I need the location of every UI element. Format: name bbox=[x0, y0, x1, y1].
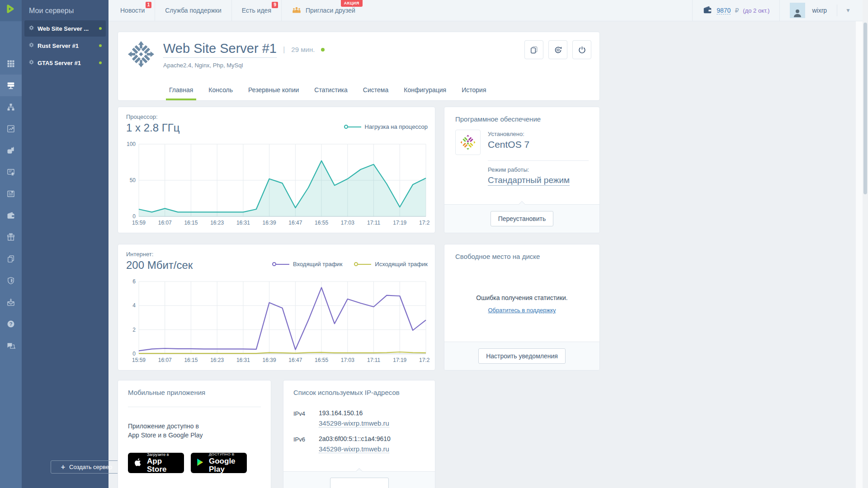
tab-backups[interactable]: Резервные копии bbox=[241, 80, 307, 100]
svg-text:17:11: 17:11 bbox=[367, 220, 380, 226]
people-icon bbox=[292, 5, 302, 16]
tab-system[interactable]: Система bbox=[355, 80, 396, 100]
tab-configuration[interactable]: Конфигурация bbox=[396, 80, 454, 100]
svg-text:16:47: 16:47 bbox=[288, 220, 302, 226]
security-shield-icon[interactable] bbox=[0, 270, 22, 291]
sidebar-item-server-2[interactable]: Rust Server #1 bbox=[24, 38, 106, 54]
tab-history[interactable]: История bbox=[454, 80, 494, 100]
wallet-icon[interactable] bbox=[0, 205, 22, 226]
icon-rail: ? bbox=[0, 0, 22, 488]
svg-text:17:27: 17:27 bbox=[419, 357, 429, 363]
install-software-icon[interactable] bbox=[0, 291, 22, 313]
configure-notifications-button[interactable]: Настроить уведомления bbox=[478, 348, 566, 364]
sidebar-item-server-1[interactable]: Web Site Server ... bbox=[24, 20, 106, 37]
footer-notch bbox=[518, 201, 525, 208]
svg-text:16:39: 16:39 bbox=[263, 357, 276, 363]
server-title[interactable]: Web Site Server #1 bbox=[163, 41, 277, 58]
rail-icons: ? bbox=[0, 53, 22, 357]
server-header-card: Web Site Server #1 | 29 мин. Apache2.4, … bbox=[118, 32, 600, 101]
cpu-value: 1 x 2.8 ГГц bbox=[126, 122, 179, 134]
help-icon[interactable]: ? bbox=[0, 313, 22, 335]
statistics-icon[interactable] bbox=[0, 118, 22, 140]
svg-text:17:19: 17:19 bbox=[393, 357, 406, 363]
user-menu[interactable]: wixrp bbox=[780, 0, 837, 21]
server-list-panel: Мои серверы Web Site Server ... Rust Ser… bbox=[22, 0, 108, 488]
sidebar-item-server-3[interactable]: GTA5 Server #1 bbox=[24, 55, 106, 71]
brand-logo[interactable] bbox=[0, 0, 22, 21]
svg-text:17:27: 17:27 bbox=[419, 220, 429, 226]
support-menu-item[interactable]: Служба поддержки bbox=[155, 0, 231, 21]
svg-text:15:59: 15:59 bbox=[132, 220, 146, 226]
ipv4-domain-link[interactable]: 345298-wixrp.tmweb.ru bbox=[319, 419, 389, 427]
outgoing-legend-item: Исходящий трафик bbox=[354, 261, 428, 267]
cpu-legend-item: Нагрузка на процессор bbox=[344, 123, 428, 130]
news-menu-item[interactable]: Новости 1 bbox=[110, 0, 155, 21]
contact-support-link[interactable]: Обратитесь в поддержку bbox=[488, 307, 556, 314]
mode-value-link[interactable]: Стандартный режим bbox=[488, 175, 570, 186]
gift-icon[interactable] bbox=[0, 226, 22, 248]
balance-widget[interactable]: 9870 ₽ (до 2 окт.) bbox=[693, 0, 779, 21]
server-title-row: Web Site Server #1 | 29 мин. bbox=[163, 41, 325, 58]
mode-block: Режим работы: Стандартный режим bbox=[488, 166, 570, 186]
scrollbar-thumb[interactable] bbox=[863, 23, 867, 194]
chat-icon[interactable] bbox=[0, 335, 22, 357]
svg-text:17:19: 17:19 bbox=[393, 220, 406, 226]
network-icon[interactable] bbox=[0, 96, 22, 118]
svg-text:16:15: 16:15 bbox=[184, 220, 198, 226]
tab-statistics[interactable]: Статистика bbox=[307, 80, 355, 100]
ip-type-label: IPv6 bbox=[293, 435, 319, 443]
clone-server-button[interactable] bbox=[524, 40, 543, 59]
mailbox-icon[interactable] bbox=[0, 140, 22, 161]
news-label: Новости bbox=[120, 7, 145, 14]
ipv6-address: 2a03:6f00:5:1::c1a4:9610 bbox=[319, 435, 391, 442]
server-name: Rust Server #1 bbox=[38, 42, 79, 49]
restart-server-button[interactable] bbox=[548, 40, 567, 59]
news-badge: 1 bbox=[146, 2, 152, 8]
invite-friends-menu-item[interactable]: Пригласи друзей АКЦИЯ bbox=[282, 0, 365, 21]
chevron-down-icon[interactable]: ▼ bbox=[837, 7, 863, 14]
ip-type-label: IPv4 bbox=[293, 409, 319, 417]
store-badges: Загрузите в App Store ДОСТУПНО В Google … bbox=[128, 453, 247, 473]
certificate-icon[interactable] bbox=[0, 161, 22, 183]
ipv6-domain-link[interactable]: 345298-wixrp.tmweb.ru bbox=[319, 445, 389, 453]
app-store-name: App Store bbox=[147, 457, 179, 474]
ip-row-ipv6: IPv6 2a03:6f00:5:1::c1a4:9610 345298-wix… bbox=[293, 435, 425, 453]
svg-text:16:47: 16:47 bbox=[288, 357, 302, 363]
disk-card-title: Свободное место на диске bbox=[455, 253, 540, 260]
cpu-legend: Нагрузка на процессор bbox=[344, 123, 428, 130]
reinstall-button[interactable]: Переустановить bbox=[491, 211, 554, 226]
installed-block: Установлено: CentOS 7 bbox=[488, 131, 529, 150]
ipv4-address: 193.164.150.16 bbox=[319, 409, 389, 417]
balance-amount-link[interactable]: 9870 bbox=[717, 7, 731, 14]
svg-text:?: ? bbox=[9, 321, 13, 327]
software-card: Программное обеспечение Установлено: Cen… bbox=[444, 107, 600, 233]
news-icon[interactable] bbox=[0, 183, 22, 205]
server-name: GTA5 Server #1 bbox=[38, 60, 81, 66]
servers-icon[interactable] bbox=[0, 75, 22, 96]
svg-text:100: 100 bbox=[127, 141, 136, 147]
disk-card-footer: Настроить уведомления bbox=[444, 342, 599, 370]
installed-label: Установлено: bbox=[488, 131, 529, 137]
svg-text:16:55: 16:55 bbox=[315, 220, 328, 226]
legend-marker bbox=[272, 262, 289, 266]
os-logo-slate-icon bbox=[128, 41, 154, 69]
software-card-title: Программное обеспечение bbox=[455, 115, 541, 123]
google-play-badge[interactable]: ДОСТУПНО В Google Play bbox=[191, 453, 247, 473]
disk-error-text: Ошибка получения статистики. bbox=[444, 294, 599, 301]
disk-status-block: Ошибка получения статистики. Обратитесь … bbox=[444, 294, 599, 314]
tab-console[interactable]: Консоль bbox=[201, 80, 241, 100]
apps-grid-icon[interactable] bbox=[0, 53, 22, 75]
svg-text:16:31: 16:31 bbox=[236, 357, 250, 363]
cpu-chart: 15:5916:0716:1516:2316:3116:3916:4716:55… bbox=[124, 141, 429, 227]
idea-menu-item[interactable]: Есть идея 9 bbox=[232, 0, 281, 21]
cpu-card: Процессор: 1 x 2.8 ГГц Нагрузка на проце… bbox=[118, 107, 435, 233]
ip-footer-button[interactable] bbox=[330, 478, 389, 488]
app-store-badge[interactable]: Загрузите в App Store bbox=[128, 453, 184, 473]
mobile-apps-card: Мобильные приложения Приложение доступно… bbox=[118, 380, 271, 488]
ip-card-footer bbox=[283, 471, 435, 488]
create-server-button[interactable]: + Создать сервер bbox=[51, 460, 123, 474]
power-button[interactable] bbox=[572, 40, 591, 59]
mobile-card-title: Мобильные приложения bbox=[128, 389, 205, 396]
tab-main[interactable]: Главная bbox=[161, 80, 201, 100]
copies-icon[interactable] bbox=[0, 248, 22, 270]
